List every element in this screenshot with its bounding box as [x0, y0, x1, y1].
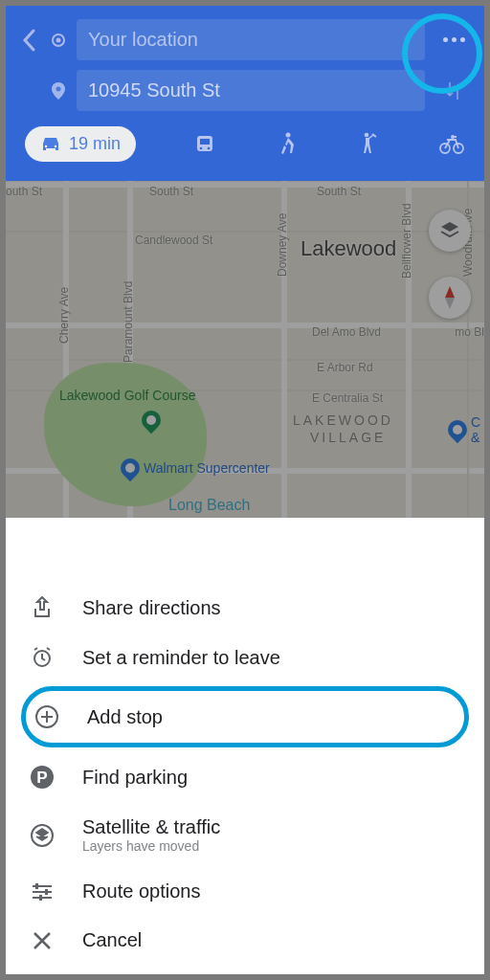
menu-find-parking[interactable]: P Find parking: [6, 751, 484, 803]
svg-rect-6: [200, 139, 210, 145]
svg-point-9: [286, 132, 291, 137]
menu-parking-label: Find parking: [82, 767, 188, 789]
close-icon: [29, 931, 56, 950]
menu-reminder-label: Set a reminder to leave: [82, 647, 280, 669]
svg-rect-19: [35, 883, 38, 889]
menu-set-reminder[interactable]: Set a reminder to leave: [6, 633, 484, 682]
svg-point-4: [55, 145, 56, 146]
swap-button[interactable]: [434, 80, 473, 101]
svg-point-10: [365, 132, 369, 137]
menu-cancel[interactable]: Cancel: [6, 916, 484, 965]
svg-rect-20: [45, 889, 48, 895]
app-screen: Your location 10945 South St 19 min: [0, 0, 490, 980]
svg-point-7: [200, 146, 203, 149]
menu-share-label: Share directions: [82, 597, 221, 619]
svg-point-2: [56, 86, 61, 91]
share-icon: [29, 596, 56, 619]
map-dim-overlay: [6, 181, 484, 518]
menu-cancel-label: Cancel: [82, 929, 142, 951]
menu-route-label: Route options: [82, 880, 200, 902]
destination-field[interactable]: 10945 South St: [77, 70, 425, 111]
menu-satellite-label: Satellite & traffic: [82, 816, 220, 838]
more-options-button[interactable]: [434, 37, 473, 42]
svg-point-3: [45, 145, 47, 146]
svg-rect-21: [39, 895, 42, 901]
back-button[interactable]: [17, 29, 40, 52]
map-area[interactable]: outh St South St South St Candlewood St …: [6, 181, 484, 518]
drive-time-label: 19 min: [69, 134, 121, 154]
travel-modes: 19 min: [17, 121, 473, 175]
options-sheet: Share directions Set a reminder to leave…: [6, 566, 484, 974]
parking-icon: P: [29, 765, 56, 790]
svg-point-8: [208, 146, 211, 149]
menu-addstop-label: Add stop: [87, 706, 163, 728]
menu-satellite-traffic[interactable]: Satellite & traffic Layers have moved: [6, 803, 484, 867]
destination-icon: [50, 82, 67, 100]
mode-cycling[interactable]: [438, 135, 465, 154]
menu-satellite-sublabel: Layers have moved: [82, 838, 220, 854]
mode-walking[interactable]: [274, 132, 301, 157]
mode-rideshare[interactable]: [356, 132, 383, 157]
add-stop-icon: [33, 704, 60, 729]
sliders-icon: [29, 882, 56, 902]
svg-point-1: [56, 37, 61, 42]
svg-text:P: P: [36, 768, 47, 787]
svg-point-13: [451, 135, 455, 139]
origin-field[interactable]: Your location: [77, 19, 425, 60]
menu-share-directions[interactable]: Share directions: [6, 583, 484, 633]
directions-header: Your location 10945 South St 19 min: [6, 6, 484, 181]
mode-driving[interactable]: 19 min: [25, 126, 136, 162]
menu-add-stop[interactable]: Add stop: [26, 691, 464, 743]
origin-icon: [50, 33, 67, 48]
alarm-icon: [29, 646, 56, 669]
layers-icon: [29, 823, 56, 848]
annotation-highlight-addstop: Add stop: [21, 686, 469, 747]
mode-transit[interactable]: [191, 134, 218, 155]
menu-route-options[interactable]: Route options: [6, 867, 484, 916]
